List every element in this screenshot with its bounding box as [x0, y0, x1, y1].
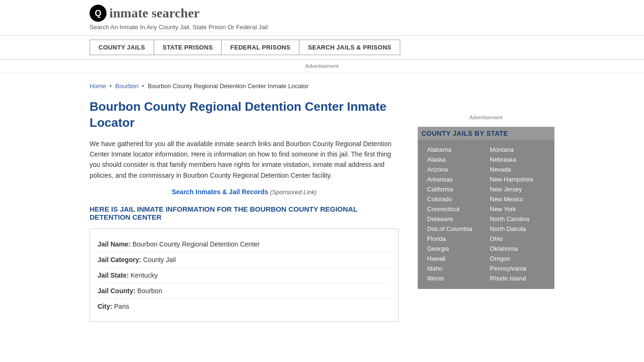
info-box: Jail Name: Bourbon County Regional Deten… [90, 229, 399, 322]
state-link-nevada[interactable]: Nevada [486, 165, 549, 174]
section-header: HERE IS JAIL INMATE INFORMATION FOR THE … [90, 205, 399, 221]
state-link-delaware[interactable]: Delaware [423, 214, 486, 224]
logo-area: Q inmate searcher [90, 5, 554, 22]
jail-city-label: City: [98, 303, 112, 310]
sponsored-label: (Sponsored Link) [270, 189, 317, 196]
sidebar: Advertisement COUNTY JAILS BY STATE Alab… [408, 73, 554, 331]
jail-category-label: Jail Category: [98, 256, 141, 263]
jail-category-value: County Jail [143, 256, 175, 263]
state-link-north-carolina[interactable]: North Carolina [486, 214, 549, 224]
state-link-arizona[interactable]: Arizona [423, 165, 486, 174]
state-link-hawaii[interactable]: Hawaii [423, 254, 486, 263]
state-link-oregon[interactable]: Oregon [486, 254, 549, 263]
nav-btn-county-jails[interactable]: COUNTY JAILS [90, 40, 154, 55]
state-link-oklahoma[interactable]: Oklahoma [486, 244, 549, 254]
jail-category-row: Jail Category: County Jail [98, 252, 391, 268]
content-area: Home • Bourbon • Bourbon County Regional… [90, 73, 408, 331]
description: We have gathered for you all the availab… [90, 139, 399, 181]
state-link-pennsylvania[interactable]: Pennsylvania [486, 263, 549, 273]
ad-bar: Advertisement [0, 59, 644, 73]
state-link-north-dakota[interactable]: North Dakota [486, 224, 549, 234]
state-link-nebraska[interactable]: Nebraska [486, 155, 549, 165]
state-link-colorado[interactable]: Colorado [423, 194, 486, 204]
header: Q inmate searcher Search An Inmate In An… [0, 0, 644, 36]
state-link-new-york[interactable]: New York [486, 204, 549, 214]
breadcrumb: Home • Bourbon • Bourbon County Regional… [90, 82, 399, 90]
logo-icon: Q [90, 5, 107, 22]
county-jails-title: COUNTY JAILS BY STATE [418, 127, 554, 140]
state-link-ohio[interactable]: Ohio [486, 234, 549, 244]
state-link-arkansas[interactable]: Arkansas [423, 174, 486, 184]
nav: COUNTY JAILSSTATE PRISONSFEDERAL PRISONS… [0, 36, 644, 59]
breadcrumb-bourbon[interactable]: Bourbon [116, 82, 139, 90]
jail-state-row: Jail State: Kentucky [98, 268, 391, 283]
state-link-dist.of-columbia[interactable]: Dist.of Columbia [423, 224, 486, 234]
state-link-new-mexico[interactable]: New Mexico [486, 194, 549, 204]
state-link-new-hampshire[interactable]: New Hampshire [486, 174, 549, 184]
state-link-alabama[interactable]: Alabama [423, 145, 486, 155]
jail-city-row: City: Paris [98, 299, 391, 314]
jail-county-row: Jail County: Bourbon [98, 283, 391, 299]
sidebar-ad: Advertisement [418, 82, 554, 120]
state-link-florida[interactable]: Florida [423, 234, 486, 244]
breadcrumb-current: Bourbon County Regional Detention Center… [148, 82, 308, 90]
jail-name-value: Bourbon County Regional Detention Center [132, 240, 260, 248]
state-link-illinois[interactable]: Illinois [423, 273, 486, 283]
nav-btn-search-jails[interactable]: SEARCH JAILS & PRISONS [299, 40, 400, 55]
state-link-california[interactable]: California [423, 184, 486, 194]
state-link-montana[interactable]: Montana [486, 145, 549, 155]
state-link-rhode-island[interactable]: Rhode Island [486, 273, 549, 283]
tagline: Search An Inmate In Any County Jail, Sta… [90, 24, 554, 31]
state-link-idaho[interactable]: Idaho [423, 263, 486, 273]
breadcrumb-sep2: • [142, 82, 144, 90]
jail-name-row: Jail Name: Bourbon County Regional Deten… [98, 237, 391, 252]
jail-county-label: Jail County: [98, 287, 135, 295]
county-jails-box: COUNTY JAILS BY STATE AlabamaAlaskaArizo… [418, 127, 554, 289]
main-layout: Home • Bourbon • Bourbon County Regional… [0, 73, 644, 331]
jail-name-label: Jail Name: [98, 240, 131, 248]
states-right-column: MontanaNebraskaNevadaNew HampshireNew Je… [486, 145, 549, 283]
search-inmates-link[interactable]: Search Inmates & Jail Records [172, 188, 268, 196]
state-columns: AlabamaAlaskaArizonaArkansasCaliforniaCo… [423, 145, 549, 283]
jail-city-value: Paris [114, 303, 129, 310]
jail-state-value: Kentucky [131, 272, 158, 279]
breadcrumb-home[interactable]: Home [90, 82, 106, 90]
page-title: Bourbon County Regional Detention Center… [90, 99, 399, 131]
state-link-connecticut[interactable]: Connecticut [423, 204, 486, 214]
state-link-new-jersey[interactable]: New Jersey [486, 184, 549, 194]
breadcrumb-sep1: • [109, 82, 112, 90]
logo-text: inmate searcher [109, 6, 200, 21]
nav-btn-federal-prisons[interactable]: FEDERAL PRISONS [221, 40, 299, 55]
nav-btn-state-prisons[interactable]: STATE PRISONS [154, 40, 222, 55]
search-link-area: Search Inmates & Jail Records (Sponsored… [90, 188, 399, 196]
states-left-column: AlabamaAlaskaArizonaArkansasCaliforniaCo… [423, 145, 486, 283]
state-link-georgia[interactable]: Georgia [423, 244, 486, 254]
state-link-alaska[interactable]: Alaska [423, 155, 486, 165]
jail-county-value: Bourbon [137, 287, 162, 295]
jail-state-label: Jail State: [98, 272, 129, 279]
